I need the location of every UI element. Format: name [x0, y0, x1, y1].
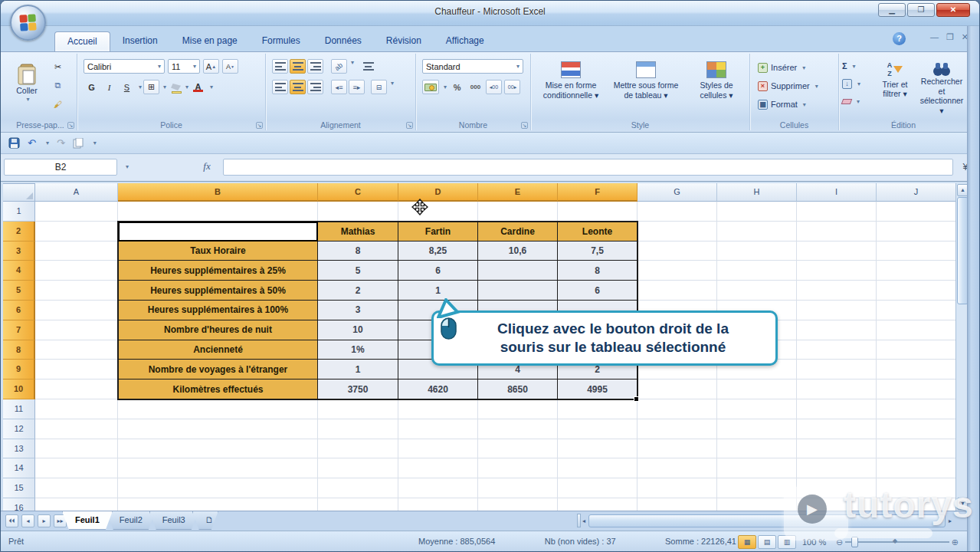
- sort-filter-button[interactable]: AZ Trier etfiltrer ▾: [873, 57, 917, 99]
- cell-B10[interactable]: Kilomètres effectués: [118, 380, 318, 399]
- column-header-A[interactable]: A: [35, 183, 118, 202]
- formula-input[interactable]: [223, 159, 953, 176]
- cell-F10[interactable]: 4995: [558, 380, 637, 399]
- merge-center-dropdown[interactable]: ▾: [391, 80, 394, 94]
- orientation-dropdown[interactable]: ▾: [351, 59, 354, 74]
- cell-B2-selected[interactable]: [118, 222, 318, 242]
- align-center-button[interactable]: [290, 80, 306, 94]
- row-header-9[interactable]: 9: [3, 360, 35, 380]
- tab-révision[interactable]: Révision: [374, 31, 434, 51]
- comma-style-button[interactable]: 000: [467, 80, 483, 94]
- grid-body[interactable]: MathiasFartinCardineLeonteTaux Horaire88…: [35, 202, 956, 511]
- cell-D2[interactable]: Fartin: [398, 222, 478, 242]
- underline-button[interactable]: S: [119, 80, 135, 94]
- cell-F5[interactable]: 6: [558, 281, 637, 301]
- font-size-select[interactable]: 11▾: [168, 59, 200, 74]
- office-button[interactable]: [10, 5, 46, 41]
- cell-B8[interactable]: Ancienneté: [118, 340, 318, 360]
- horizontal-scroll-thumb[interactable]: [588, 514, 946, 527]
- page-layout-view-button[interactable]: ▤: [758, 535, 776, 549]
- number-dialog-launcher[interactable]: ↘: [521, 122, 528, 129]
- cell-B7[interactable]: Nombre d'heures de nuit: [118, 320, 318, 340]
- row-header-1[interactable]: 1: [3, 202, 35, 222]
- column-header-J[interactable]: J: [877, 183, 956, 202]
- italic-button[interactable]: I: [101, 80, 117, 94]
- align-bottom-button[interactable]: [307, 59, 323, 74]
- font-color-button[interactable]: A: [190, 80, 206, 94]
- tab-affichage[interactable]: Affichage: [434, 31, 497, 51]
- conditional-formatting-button[interactable]: Mise en formeconditionnelle ▾: [534, 57, 608, 100]
- cell-C5[interactable]: 2: [318, 281, 398, 301]
- redo-icon[interactable]: ↷: [57, 137, 65, 149]
- sheet-tab-feuil1[interactable]: Feuil1: [62, 511, 113, 530]
- doc-restore-button[interactable]: ❐: [946, 32, 954, 42]
- cell-C2[interactable]: Mathias: [318, 222, 398, 242]
- increase-indent-button[interactable]: ≡▸: [349, 80, 365, 94]
- wrap-text-button[interactable]: [360, 59, 376, 74]
- name-box[interactable]: B2: [4, 159, 117, 176]
- row-header-11[interactable]: 11: [3, 399, 35, 419]
- format-painter-icon[interactable]: 🖌: [50, 97, 66, 111]
- restore-button[interactable]: ❐: [907, 3, 935, 17]
- align-right-button[interactable]: [307, 80, 323, 94]
- merge-center-button[interactable]: ⊟: [371, 80, 387, 94]
- borders-button[interactable]: ⊞: [143, 80, 159, 94]
- column-header-C[interactable]: C: [318, 183, 398, 202]
- align-middle-button[interactable]: [290, 59, 306, 74]
- horizontal-scrollbar[interactable]: ◂ ▸: [577, 513, 953, 528]
- orientation-button[interactable]: ab: [331, 59, 347, 74]
- cell-D10[interactable]: 4620: [398, 380, 478, 399]
- format-cells-button[interactable]: ▦Format▾: [758, 97, 818, 112]
- autosum-button[interactable]: Σ▾: [842, 58, 860, 74]
- row-header-16[interactable]: 16: [3, 498, 35, 511]
- qat-customize-dropdown[interactable]: ▾: [93, 140, 97, 146]
- column-header-E[interactable]: E: [478, 183, 558, 202]
- cell-F4[interactable]: 8: [558, 261, 637, 281]
- tab-accueil[interactable]: Accueil: [54, 31, 110, 51]
- cell-styles-button[interactable]: Styles decellules ▾: [684, 57, 749, 100]
- row-header-8[interactable]: 8: [3, 340, 35, 360]
- clear-button[interactable]: ▾: [842, 94, 860, 109]
- borders-dropdown[interactable]: ▾: [163, 84, 166, 90]
- print-preview-icon[interactable]: [73, 138, 84, 149]
- zoom-slider[interactable]: ⊖ ◆ ⊕: [836, 536, 959, 548]
- percent-style-button[interactable]: %: [449, 80, 465, 94]
- insert-worksheet-tab[interactable]: 🗋: [192, 511, 218, 530]
- hscroll-right-arrow[interactable]: ▸: [949, 518, 952, 524]
- grow-font-button[interactable]: A▲: [203, 59, 219, 74]
- bold-button[interactable]: G: [84, 80, 100, 94]
- undo-dropdown[interactable]: ▾: [46, 140, 49, 146]
- cell-E5[interactable]: [478, 281, 558, 301]
- row-header-10[interactable]: 10: [3, 380, 35, 399]
- row-header-6[interactable]: 6: [3, 301, 35, 320]
- font-color-dropdown[interactable]: ▾: [210, 84, 213, 90]
- insert-function-button[interactable]: fx: [194, 159, 220, 176]
- cell-C7[interactable]: 10: [318, 320, 398, 340]
- undo-icon[interactable]: ↶: [28, 137, 36, 149]
- accounting-format-button[interactable]: [422, 80, 439, 94]
- zoom-slider-thumb[interactable]: [851, 537, 858, 547]
- cell-C8[interactable]: 1%: [318, 340, 398, 360]
- minimize-button[interactable]: ▁: [878, 3, 906, 17]
- cell-C3[interactable]: 8: [318, 242, 398, 261]
- cell-B5[interactable]: Heures supplémentaires à 50%: [118, 281, 318, 301]
- name-box-dropdown[interactable]: ▾: [120, 159, 134, 176]
- hscroll-left-arrow[interactable]: ◂: [582, 518, 585, 524]
- zoom-out-button[interactable]: ⊖: [836, 537, 843, 547]
- cell-E10[interactable]: 8650: [478, 380, 558, 399]
- find-select-button[interactable]: Rechercher etsélectionner ▾: [917, 57, 966, 115]
- row-header-13[interactable]: 13: [3, 439, 35, 459]
- shrink-font-button[interactable]: A▼: [222, 59, 238, 74]
- cell-C10[interactable]: 3750: [318, 380, 398, 399]
- column-header-F[interactable]: F: [558, 183, 637, 202]
- decrease-indent-button[interactable]: ◂≡: [331, 80, 347, 94]
- prev-sheet-button[interactable]: ◂: [21, 514, 34, 527]
- cell-F2[interactable]: Leonte: [558, 222, 637, 242]
- row-header-12[interactable]: 12: [3, 419, 35, 439]
- insert-cells-button[interactable]: +Insérer▾: [758, 60, 818, 75]
- cell-C9[interactable]: 1: [318, 360, 398, 380]
- decrease-decimal-button[interactable]: 00▸: [504, 80, 520, 94]
- column-header-I[interactable]: I: [797, 183, 877, 202]
- first-sheet-button[interactable]: ⏴⏴: [5, 514, 18, 527]
- sheet-tab-feuil3[interactable]: Feuil3: [149, 511, 198, 530]
